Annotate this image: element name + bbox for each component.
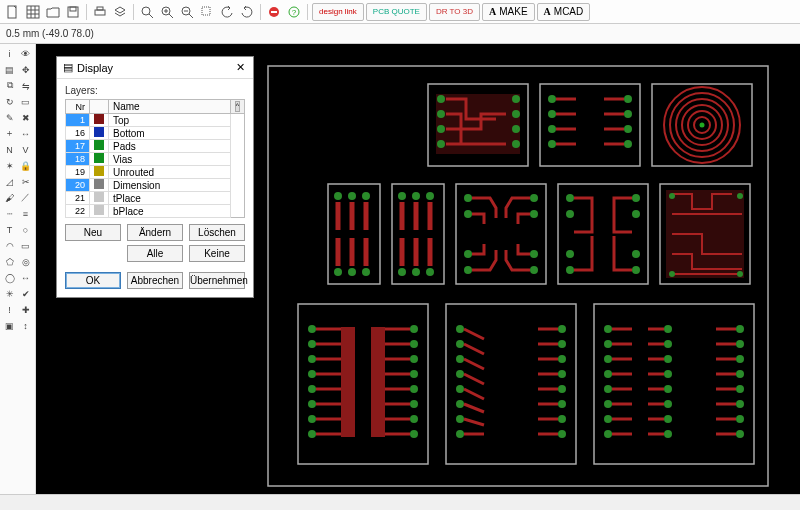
tool-text[interactable]: T: [2, 222, 17, 237]
layer-nr: 22: [66, 205, 90, 218]
all-button[interactable]: Alle: [127, 245, 183, 262]
help-icon[interactable]: ?: [285, 3, 303, 21]
layer-color-swatch: [90, 166, 109, 179]
tool-lock[interactable]: 🔒: [18, 158, 33, 173]
pcb-quote-button[interactable]: PCB QUOTE: [366, 3, 427, 21]
svg-rect-100: [371, 327, 385, 437]
layer-row[interactable]: 20Dimension: [66, 179, 245, 192]
tool-rect[interactable]: ▭: [18, 238, 33, 253]
tool-layer[interactable]: ▤: [2, 62, 17, 77]
undo-icon[interactable]: [218, 3, 236, 21]
svg-point-74: [632, 194, 640, 202]
tool-mirror[interactable]: ⇋: [18, 78, 33, 93]
svg-rect-4: [95, 10, 105, 15]
svg-point-67: [530, 210, 538, 218]
layer-row[interactable]: 17Pads: [66, 140, 245, 153]
tool-dim[interactable]: ↔: [18, 270, 33, 285]
delete-button[interactable]: Löschen: [189, 224, 245, 241]
change-button[interactable]: Ändern: [127, 224, 183, 241]
tool-rotate[interactable]: ↻: [2, 94, 17, 109]
new-button[interactable]: Neu: [65, 224, 121, 241]
svg-point-93: [410, 355, 418, 363]
design-link-button[interactable]: design link: [312, 3, 364, 21]
svg-point-56: [398, 192, 406, 200]
tool-add[interactable]: ＋: [2, 126, 17, 141]
tool-split[interactable]: ✂: [18, 174, 33, 189]
svg-point-125: [664, 325, 672, 333]
svg-point-129: [664, 385, 672, 393]
stop-icon[interactable]: [265, 3, 283, 21]
zoom-select-icon[interactable]: [198, 3, 216, 21]
layer-nr: 19: [66, 166, 90, 179]
tool-info[interactable]: i: [2, 46, 17, 61]
print-icon[interactable]: [91, 3, 109, 21]
svg-point-71: [566, 210, 574, 218]
tool-line[interactable]: ／: [18, 190, 33, 205]
col-nr[interactable]: Nr: [66, 100, 90, 114]
tool-delete[interactable]: ✖: [18, 110, 33, 125]
svg-point-92: [410, 340, 418, 348]
tool-smash[interactable]: ✶: [2, 158, 17, 173]
svg-point-62: [464, 194, 472, 202]
redo-icon[interactable]: [238, 3, 256, 21]
ok-button[interactable]: OK: [65, 272, 121, 289]
layer-row[interactable]: 18Vias: [66, 153, 245, 166]
tool-drc[interactable]: ✔: [18, 286, 33, 301]
dialog-titlebar[interactable]: ▤Display ✕: [57, 57, 253, 79]
tool-copy[interactable]: ⧉: [2, 78, 17, 93]
zoom-fit-icon[interactable]: [138, 3, 156, 21]
tool-name[interactable]: N: [2, 142, 17, 157]
tool-group[interactable]: ▭: [18, 94, 33, 109]
layer-row[interactable]: 16Bottom: [66, 127, 245, 140]
scrollbar[interactable]: ^: [230, 100, 244, 114]
layer-nr: 1: [66, 114, 90, 127]
none-button[interactable]: Keine: [189, 245, 245, 262]
tool-meas[interactable]: ↕: [18, 318, 33, 333]
cancel-button[interactable]: Abbrechen: [127, 272, 183, 289]
tool-value[interactable]: V: [18, 142, 33, 157]
layer-row[interactable]: 1Top: [66, 114, 245, 127]
tool-circle[interactable]: ○: [18, 222, 33, 237]
svg-point-60: [412, 268, 420, 276]
tool-replace[interactable]: ↔: [18, 126, 33, 141]
tool-edit[interactable]: ✎: [2, 110, 17, 125]
grid-icon[interactable]: [24, 3, 42, 21]
apply-button[interactable]: Übernehmen: [189, 272, 245, 289]
tool-hole[interactable]: ◯: [2, 270, 17, 285]
tool-miter[interactable]: ◿: [2, 174, 17, 189]
dr-to-3d-button[interactable]: DR TO 3D: [429, 3, 480, 21]
make-button[interactable]: AMAKE: [482, 3, 535, 21]
tool-move[interactable]: ✥: [18, 62, 33, 77]
tool-errors[interactable]: !: [2, 302, 17, 317]
svg-point-58: [426, 192, 434, 200]
close-icon[interactable]: ✕: [233, 61, 247, 75]
mcad-button[interactable]: AMCAD: [537, 3, 591, 21]
layers-icon[interactable]: [111, 3, 129, 21]
tool-via[interactable]: ◎: [18, 254, 33, 269]
layer-row[interactable]: 22bPlace: [66, 205, 245, 218]
tool-wire[interactable]: ≡: [18, 206, 33, 221]
tool-dline[interactable]: ┄: [2, 206, 17, 221]
layer-row[interactable]: 19Unrouted: [66, 166, 245, 179]
tool-eye[interactable]: 👁: [18, 46, 33, 61]
file-icon[interactable]: [4, 3, 22, 21]
svg-point-121: [604, 385, 612, 393]
svg-point-87: [308, 385, 316, 393]
save-icon[interactable]: [64, 3, 82, 21]
zoom-in-icon[interactable]: [158, 3, 176, 21]
tool-poly[interactable]: ⬠: [2, 254, 17, 269]
zoom-out-icon[interactable]: [178, 3, 196, 21]
layers-table[interactable]: Nr Name ^ 1Top16Bottom17Pads18Vias19Unro…: [65, 99, 245, 218]
tool-ratsnest[interactable]: ✳: [2, 286, 17, 301]
svg-point-120: [604, 370, 612, 378]
col-color[interactable]: [90, 100, 109, 114]
tool-sel[interactable]: ▣: [2, 318, 17, 333]
tool-mark[interactable]: ✚: [18, 302, 33, 317]
col-name[interactable]: Name: [109, 100, 231, 114]
open-icon[interactable]: [44, 3, 62, 21]
tool-paint[interactable]: 🖌: [2, 190, 17, 205]
layer-row[interactable]: 21tPlace: [66, 192, 245, 205]
tool-arc[interactable]: ◠: [2, 238, 17, 253]
svg-point-41: [512, 140, 520, 148]
svg-point-79: [669, 193, 675, 199]
